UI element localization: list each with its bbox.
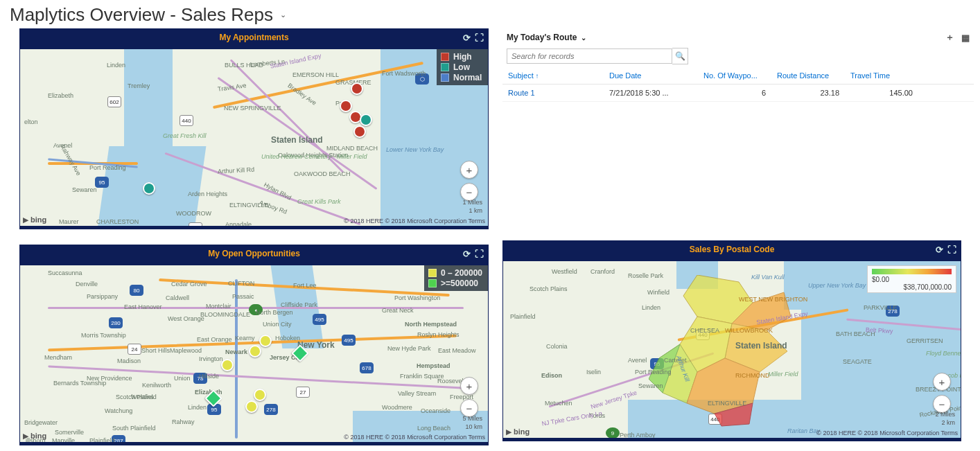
zoom-in-icon[interactable]: + [933,373,951,391]
map-label: Newark [225,348,247,355]
map-pin-low-value[interactable] [249,345,261,357]
panel-open-opportunities: My Open Opportunities ⟳ ⛶ [19,245,489,445]
map-label: SEAGATE [843,358,872,365]
zoom-in-icon[interactable]: + [460,161,478,179]
map-label: PARKVILLE [864,304,897,311]
map-pin-low[interactable] [360,114,372,126]
map-label: Winfield [647,289,670,296]
map-pin-low-value[interactable] [254,389,266,401]
map-label: CLIFTON [228,280,254,287]
map-label: Denville [76,281,98,288]
map-appointments[interactable]: 95 440 440 602 ⬡ BULLS HEAD EMERSON HILL… [20,46,488,229]
col-waypoints[interactable]: No. Of Waypo... [698,67,771,85]
route-shield-602: 602 [107,96,121,107]
map-label: Roselle Park [628,272,663,279]
add-icon[interactable]: ＋ [945,31,954,44]
map-label: Plainfield [510,313,536,320]
map-label: Scotch Plains [530,285,553,292]
map-pin-high[interactable] [340,100,352,112]
map-pin-low[interactable] [143,182,155,195]
maximize-icon[interactable]: ⛶ [475,245,484,263]
map-label: Iselin [586,369,601,375]
map-pin-low-value[interactable] [245,400,258,413]
map-label: NEW SPRINGVILLE [224,105,281,112]
map-scale: 2 Miles2 km [935,410,955,427]
map-label: Morris Township [81,332,116,339]
highway-shield-i495: 495 [342,335,356,346]
search-records-input[interactable] [507,48,672,64]
map-label: BLOOMINGDALE [200,311,250,318]
legend-appointments: High Low Normal [437,49,488,85]
search-icon[interactable]: 🔍 [672,48,688,64]
map-label: Rahway [172,418,195,425]
map-label: South Plainfield [112,425,156,432]
map-label: OAKWOOD BEACH [294,170,351,177]
map-label: Fort Lee [293,282,317,289]
col-due-date[interactable]: Due Date [604,67,698,85]
map-sales-postal[interactable]: 95 9 278 440 440 [503,258,961,441]
route-waypoints: 6 [698,85,771,102]
map-pin-high[interactable] [353,125,366,138]
highway-shield-i678: 678 [360,362,374,373]
route-table: Subject Due Date No. Of Waypo... Route D… [502,67,974,102]
refresh-icon[interactable]: ⟳ [463,245,471,263]
map-pin-low-value[interactable] [221,359,234,371]
map-label: Staten Island [735,341,787,351]
map-label: United Hebrew Cemetery [261,153,290,160]
map-label: Mendham [44,354,72,361]
map-label: Manville [52,437,75,444]
map-pin-high[interactable] [351,82,363,95]
zoom-in-icon[interactable]: + [460,377,478,395]
map-label: RICHMOND [735,372,770,379]
panel-title-sales: Sales By Postal Code [690,245,775,254]
map-label: Irvington [199,355,223,362]
map-label: East Meadow [438,347,476,354]
refresh-icon[interactable]: ⟳ [936,241,943,258]
map-label: North Hempstead [405,321,457,328]
map-label: Westfield [131,393,157,400]
map-attribution: © 2018 HERE © 2018 Microsoft Corporation… [344,218,485,224]
map-label: Port Reading [89,164,126,171]
refresh-icon[interactable]: ⟳ [463,29,471,46]
map-label: Maplewood [170,347,202,354]
map-label: Cliffside Park [281,301,317,308]
route-distance: 23.18 [771,85,845,102]
route-shield-24: 24 [128,344,141,355]
map-label: Sewaren [72,186,97,193]
map-opportunities[interactable]: 80 280 24 287 78 95 278 27 678 495 495 ⬥… [20,263,488,445]
route-time: 145.00 [845,85,918,102]
col-subject[interactable]: Subject [502,67,604,85]
highway-shield-i278: 278 [264,404,278,415]
title-dropdown-icon[interactable]: ⌄ [280,10,286,19]
maximize-icon[interactable]: ⛶ [475,29,484,46]
map-label: Staten Island [271,135,323,145]
table-row[interactable]: Route 1 7/21/2018 5:30 ... 6 23.18 145.0… [502,85,974,102]
map-label: Union City [263,321,292,328]
maximize-icon[interactable]: ⛶ [947,241,956,258]
route-due: 7/21/2018 5:30 ... [604,85,698,102]
map-label: elton [24,118,38,125]
col-travel-time[interactable]: Travel Time [845,67,918,85]
col-distance[interactable]: Route Distance [771,67,845,85]
bing-logo: ▶ bing [506,427,530,436]
map-pin-low-value[interactable] [259,335,272,347]
bing-logo: ▶ bing [23,215,46,224]
map-label: Valley Stream [398,390,436,397]
map-label: Short Hills [141,347,170,354]
map-label: Kearny [235,335,255,342]
map-label: Roslyn Heights [417,331,460,338]
map-label: Hoboken [275,335,300,342]
chevron-down-icon[interactable]: ⌄ [581,34,586,42]
map-label: Annadale [225,221,252,228]
map-attribution: © 2018 HERE © 2018 Microsoft Corporation… [344,434,485,441]
route-subject-link[interactable]: Route 1 [502,85,604,102]
route-shield-27: 27 [296,387,310,398]
map-label: Edison [541,372,562,379]
map-label: Cedar Grove [171,281,207,288]
legend-opportunities: 0 – 200000 >=500000 [424,265,488,291]
heat-legend: $0.00 $38,700,000.00 [867,265,956,293]
map-label: Cranford [590,268,615,275]
grid-view-icon[interactable]: ▦ [961,33,970,43]
panel-sales-postal: Sales By Postal Code ⟳ ⛶ [502,240,961,441]
route-title[interactable]: My Today's Route [507,33,577,42]
